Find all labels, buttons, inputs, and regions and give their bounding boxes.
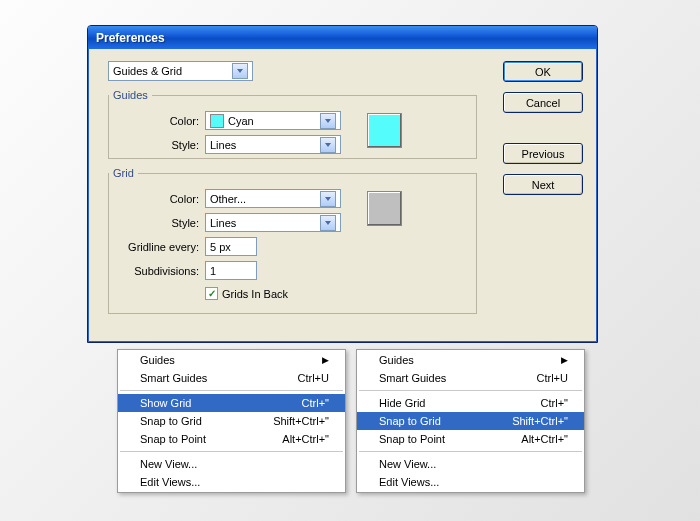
grid-color-value: Other... (210, 193, 246, 205)
category-value: Guides & Grid (113, 65, 182, 77)
chevron-down-icon[interactable] (232, 63, 248, 79)
menu-item-label: Snap to Point (140, 433, 206, 445)
grid-style-select[interactable]: Lines (205, 213, 341, 232)
view-menu-left: Guides▶Smart GuidesCtrl+UShow GridCtrl+"… (117, 349, 346, 493)
menu-item-label: Edit Views... (140, 476, 200, 488)
menu-item-accel: Ctrl+" (302, 397, 329, 409)
menu-item-accel: Ctrl+U (298, 372, 329, 384)
menu-item[interactable]: Edit Views... (357, 473, 584, 491)
menu-item[interactable]: Smart GuidesCtrl+U (357, 369, 584, 387)
menu-separator (359, 451, 582, 452)
menu-item-accel: Shift+Ctrl+" (512, 415, 568, 427)
chevron-down-icon[interactable] (320, 137, 336, 153)
view-menu-right: Guides▶Smart GuidesCtrl+UHide GridCtrl+"… (356, 349, 585, 493)
guides-fieldset: Guides Color: Cyan Style: Lines (108, 89, 477, 159)
gridline-every-label: Gridline every: (109, 241, 199, 253)
menu-item[interactable]: Guides▶ (118, 351, 345, 369)
menu-item[interactable]: Snap to GridShift+Ctrl+" (118, 412, 345, 430)
grids-in-back-label: Grids In Back (222, 288, 288, 300)
subdivisions-input[interactable]: 1 (205, 261, 257, 280)
submenu-arrow-icon: ▶ (561, 355, 568, 365)
menu-item[interactable]: Guides▶ (357, 351, 584, 369)
menu-item[interactable]: New View... (357, 455, 584, 473)
menu-item-label: New View... (379, 458, 436, 470)
dialog-client: Guides & Grid Guides Color: Cyan Style: … (88, 49, 597, 342)
menu-item[interactable]: New View... (118, 455, 345, 473)
menu-item[interactable]: Snap to GridShift+Ctrl+" (357, 412, 584, 430)
menu-separator (120, 390, 343, 391)
menu-item-label: Snap to Point (379, 433, 445, 445)
menu-item[interactable]: Smart GuidesCtrl+U (118, 369, 345, 387)
menu-item-accel: Ctrl+U (537, 372, 568, 384)
guides-color-value: Cyan (228, 115, 254, 127)
menu-item-accel: Alt+Ctrl+" (282, 433, 329, 445)
preferences-dialog: Preferences Guides & Grid Guides Color: … (87, 25, 598, 343)
menu-item[interactable]: Edit Views... (118, 473, 345, 491)
guides-legend: Guides (109, 89, 152, 101)
menu-item-accel: Alt+Ctrl+" (521, 433, 568, 445)
grid-color-label: Color: (109, 193, 199, 205)
grid-style-label: Style: (109, 217, 199, 229)
guides-color-swatch[interactable] (367, 113, 402, 148)
menu-separator (120, 451, 343, 452)
menu-item-accel: Ctrl+" (541, 397, 568, 409)
button-column: OK Cancel Previous Next (503, 61, 583, 195)
category-select[interactable]: Guides & Grid (108, 61, 253, 81)
menu-item-label: Hide Grid (379, 397, 425, 409)
menu-separator (359, 390, 582, 391)
guides-style-select[interactable]: Lines (205, 135, 341, 154)
checkbox-checked-icon: ✓ (205, 287, 218, 300)
menu-item-label: Snap to Grid (379, 415, 441, 427)
guides-color-label: Color: (109, 115, 199, 127)
menu-item-label: Smart Guides (379, 372, 446, 384)
guides-style-value: Lines (210, 139, 236, 151)
menu-item-accel: Shift+Ctrl+" (273, 415, 329, 427)
menu-item-label: Edit Views... (379, 476, 439, 488)
grids-in-back-checkbox[interactable]: ✓ Grids In Back (205, 287, 288, 300)
grid-legend: Grid (109, 167, 138, 179)
menu-item[interactable]: Snap to PointAlt+Ctrl+" (357, 430, 584, 448)
menu-item[interactable]: Hide GridCtrl+" (357, 394, 584, 412)
menu-item[interactable]: Show GridCtrl+" (118, 394, 345, 412)
menu-item-label: Snap to Grid (140, 415, 202, 427)
guides-color-select[interactable]: Cyan (205, 111, 341, 130)
guides-style-label: Style: (109, 139, 199, 151)
menu-item-label: Guides (140, 354, 175, 366)
menu-item-label: New View... (140, 458, 197, 470)
titlebar[interactable]: Preferences (88, 26, 597, 49)
menu-item[interactable]: Snap to PointAlt+Ctrl+" (118, 430, 345, 448)
cancel-button[interactable]: Cancel (503, 92, 583, 113)
color-swatch-icon (210, 114, 224, 128)
chevron-down-icon[interactable] (320, 215, 336, 231)
dialog-title: Preferences (96, 31, 165, 45)
submenu-arrow-icon: ▶ (322, 355, 329, 365)
subdivisions-label: Subdivisions: (109, 265, 199, 277)
grid-color-select[interactable]: Other... (205, 189, 341, 208)
menu-item-label: Show Grid (140, 397, 191, 409)
grid-color-swatch[interactable] (367, 191, 402, 226)
chevron-down-icon[interactable] (320, 191, 336, 207)
next-button[interactable]: Next (503, 174, 583, 195)
grid-fieldset: Grid Color: Other... Style: Lines Gridli… (108, 167, 477, 314)
grid-style-value: Lines (210, 217, 236, 229)
ok-button[interactable]: OK (503, 61, 583, 82)
menu-item-label: Smart Guides (140, 372, 207, 384)
chevron-down-icon[interactable] (320, 113, 336, 129)
menu-item-label: Guides (379, 354, 414, 366)
previous-button[interactable]: Previous (503, 143, 583, 164)
gridline-every-input[interactable]: 5 px (205, 237, 257, 256)
